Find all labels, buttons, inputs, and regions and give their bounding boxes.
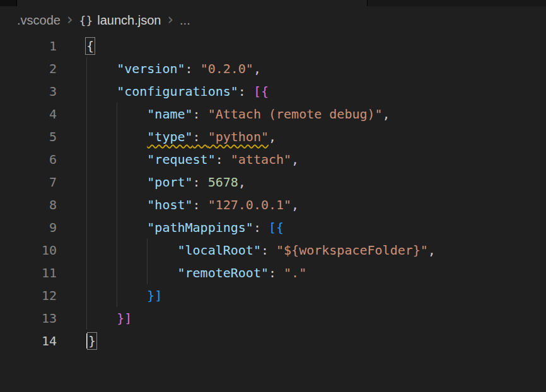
line-number[interactable]: 9 (0, 216, 57, 239)
code-token: "name" (147, 107, 192, 122)
line-number[interactable]: 5 (0, 125, 57, 148)
code-token: "host" (147, 197, 192, 212)
code-line[interactable]: 7"port": 5678, (0, 171, 546, 193)
code-token: : (193, 197, 208, 212)
code-token: , (269, 129, 276, 144)
tab-bar (0, 0, 546, 6)
indent-guide (117, 125, 117, 148)
line-number[interactable]: 2 (0, 57, 57, 80)
code-token: : (269, 265, 284, 280)
line-number[interactable]: 6 (0, 148, 57, 171)
line-number[interactable]: 3 (0, 80, 57, 103)
code-token: "localRoot" (177, 243, 260, 258)
code-token: }] (147, 288, 162, 303)
line-number[interactable]: 7 (0, 171, 57, 193)
breadcrumb-label: ... (180, 13, 190, 28)
tab-strip-right[interactable] (368, 0, 546, 6)
code-token: "." (284, 265, 306, 280)
indent-guide (86, 171, 87, 193)
indent-guide (117, 103, 117, 125)
code-line[interactable]: 2"version": "0.2.0", (0, 57, 546, 80)
breadcrumb-item-launch-json[interactable]: {}launch.json (79, 13, 161, 28)
code-line[interactable]: 13}] (0, 307, 546, 330)
code-token: , (238, 175, 246, 190)
code-token: "0.2.0" (200, 61, 253, 76)
code-token: "configurations" (117, 84, 238, 99)
json-symbol-icon: {} (79, 14, 93, 27)
breadcrumb-label: launch.json (97, 13, 161, 28)
indent-guide (86, 216, 87, 239)
code-line[interactable]: 1{ (0, 35, 546, 57)
line-number[interactable]: 10 (0, 239, 57, 262)
indent-guide (117, 239, 117, 262)
code-token: : (216, 152, 231, 167)
breadcrumb-label: .vscode (17, 13, 61, 28)
code-token: "type" (147, 129, 192, 144)
breadcrumb-item-[interactable]: ... (180, 13, 190, 28)
indent-guide (147, 262, 148, 284)
indent-guide (86, 57, 87, 80)
code-token: [{ (269, 220, 284, 235)
code-token: , (291, 152, 299, 167)
code-token: "python" (208, 129, 269, 144)
indent-guide (86, 103, 87, 125)
indent-guide (117, 148, 117, 171)
code-line[interactable]: 14} (0, 330, 546, 352)
indent-guide (117, 284, 117, 307)
line-number[interactable]: 14 (0, 330, 57, 352)
breadcrumb-item-vscode[interactable]: .vscode (17, 13, 61, 28)
code-line[interactable]: 12}] (0, 284, 546, 307)
indent-guide (117, 193, 117, 216)
indent-guide (86, 262, 87, 284)
indent-guide (117, 216, 117, 239)
code-token: 5678 (208, 175, 238, 190)
line-number[interactable]: 8 (0, 193, 57, 216)
code-token: "port" (147, 175, 192, 190)
indent-guide (86, 307, 87, 330)
code-token: "${workspaceFolder}" (276, 243, 428, 258)
indent-guide (117, 262, 117, 284)
code-line[interactable]: 11"remoteRoot": "." (0, 262, 546, 284)
code-token: , (291, 197, 299, 212)
code-token: "request" (147, 152, 215, 167)
line-number[interactable]: 1 (0, 35, 57, 57)
indent-guide (86, 125, 87, 148)
code-token: : (261, 243, 276, 258)
indent-guide (86, 284, 87, 307)
code-line[interactable]: 3"configurations": [{ (0, 80, 546, 103)
code-line[interactable]: 4"name": "Attach (remote debug)", (0, 103, 546, 125)
code-line[interactable]: 6"request": "attach", (0, 148, 546, 171)
indent-guide (86, 148, 87, 171)
code-token: }] (117, 311, 132, 326)
active-tab-edge[interactable] (17, 0, 368, 6)
text-cursor (86, 333, 88, 349)
code-token: , (428, 243, 436, 258)
code-line[interactable]: 8"host": "127.0.0.1", (0, 193, 546, 216)
code-token: "attach" (231, 152, 291, 167)
code-token: : (193, 175, 208, 190)
indent-guide (86, 80, 87, 103)
matched-bracket: } (88, 333, 96, 349)
chevron-right-icon: › (66, 12, 74, 29)
code-token: "remoteRoot" (177, 265, 269, 280)
line-number[interactable]: 4 (0, 103, 57, 125)
line-number[interactable]: 11 (0, 262, 57, 284)
indent-guide (86, 193, 87, 216)
code-token: : (253, 220, 269, 235)
editor-code-area[interactable]: 1{2"version": "0.2.0",3"configurations":… (0, 35, 546, 352)
code-line[interactable]: 9"pathMappings": [{ (0, 216, 546, 239)
code-line[interactable]: 10"localRoot": "${workspaceFolder}", (0, 239, 546, 262)
line-number[interactable]: 13 (0, 307, 57, 330)
code-token: : (193, 129, 208, 144)
code-token: "127.0.0.1" (208, 197, 291, 212)
code-token: [{ (253, 84, 269, 99)
code-token: , (253, 61, 261, 76)
indent-guide (117, 171, 117, 193)
matched-bracket: { (86, 38, 94, 54)
code-line[interactable]: 5"type": "python", (0, 125, 546, 148)
breadcrumb: .vscode›{}launch.json›... (0, 6, 546, 35)
line-number[interactable]: 12 (0, 284, 57, 307)
tab-strip-left[interactable] (0, 0, 17, 6)
chevron-right-icon: › (166, 12, 174, 29)
indent-guide (86, 239, 87, 262)
